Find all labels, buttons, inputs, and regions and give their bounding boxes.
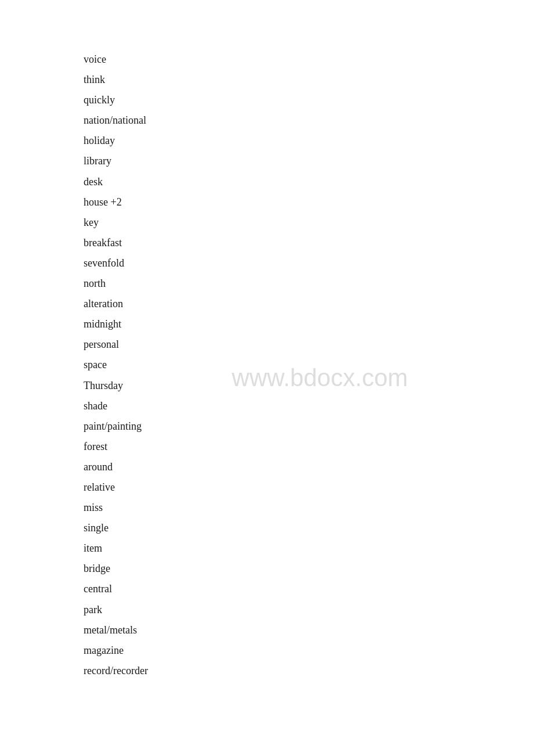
list-item: single xyxy=(84,518,534,538)
list-item: holiday xyxy=(84,131,534,151)
list-item: midnight xyxy=(84,314,534,334)
list-item: central xyxy=(84,579,534,599)
list-item: library xyxy=(84,151,534,171)
list-item: personal xyxy=(84,334,534,355)
list-item: sevenfold xyxy=(84,253,534,273)
list-item: miss xyxy=(84,498,534,518)
list-item: shade xyxy=(84,396,534,416)
list-item: relative xyxy=(84,477,534,498)
list-item: forest xyxy=(84,437,534,457)
list-item: paint/painting xyxy=(84,416,534,437)
list-item: quickly xyxy=(84,90,534,110)
list-item: magazine xyxy=(84,640,534,661)
word-list: voicethinkquicklynation/nationalholidayl… xyxy=(0,0,534,728)
list-item: park xyxy=(84,600,534,620)
list-item: nation/national xyxy=(84,110,534,131)
list-item: around xyxy=(84,457,534,477)
list-item: metal/metals xyxy=(84,620,534,640)
list-item: desk xyxy=(84,172,534,192)
list-item: Thursday xyxy=(84,376,534,396)
list-item: record/recorder xyxy=(84,661,534,681)
list-item: key xyxy=(84,213,534,233)
list-item: north xyxy=(84,273,534,294)
list-item: bridge xyxy=(84,559,534,579)
list-item: alteration xyxy=(84,294,534,314)
list-item: space xyxy=(84,355,534,375)
list-item: item xyxy=(84,538,534,559)
list-item: breakfast xyxy=(84,233,534,253)
list-item: think xyxy=(84,70,534,90)
list-item: voice xyxy=(84,49,534,70)
list-item: house +2 xyxy=(84,192,534,213)
